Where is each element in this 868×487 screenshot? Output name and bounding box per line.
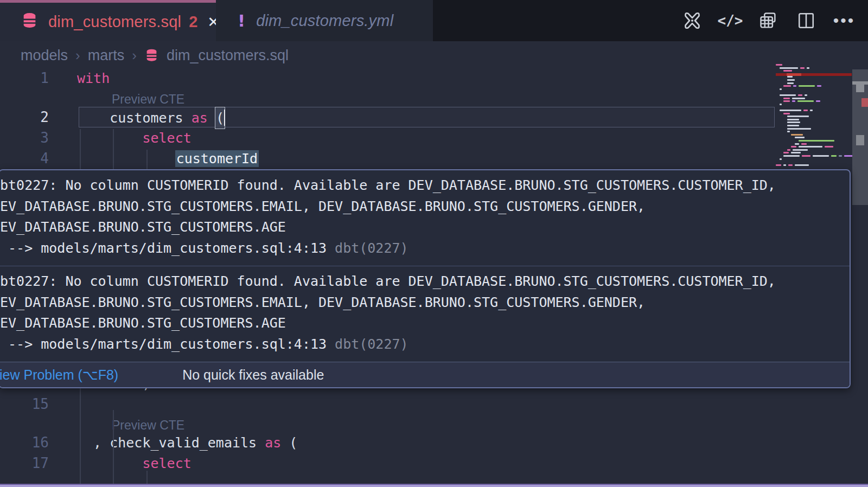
indent-guide <box>113 129 114 169</box>
minimap-code-line <box>787 125 799 126</box>
chevron-right-icon: › <box>132 47 137 64</box>
minimap-code-line <box>805 94 807 96</box>
indent-guide <box>80 129 81 169</box>
more-actions-icon[interactable]: ••• <box>834 11 854 30</box>
error-text: bt0227: No column CUSTOMERID found. Avai… <box>0 175 844 196</box>
minimap-code-line <box>791 152 801 153</box>
minimap-code-line <box>791 134 803 136</box>
error-location: --> models/marts/dim_customers.sql:4:13 … <box>0 238 844 259</box>
error-ruler-mark <box>861 98 868 107</box>
minimap-code-line <box>787 116 809 117</box>
tooltip-status-bar: iew Problem (⌥F8) No quick fixes availab… <box>0 362 850 387</box>
minimap-code-line <box>787 149 790 151</box>
breadcrumb: models › marts › dim_customers.sql <box>21 46 289 65</box>
minimap-code-line <box>795 143 799 145</box>
database-icon <box>144 48 159 63</box>
no-quick-fixes-text: No quick fixes available <box>182 367 324 383</box>
minimap-code-line <box>799 146 822 148</box>
minimap-code-line <box>793 85 796 87</box>
error-message-block-2: bt0227: No column CUSTOMERID found. Avai… <box>0 266 850 362</box>
sql-preview-icon[interactable]: </> <box>720 11 740 30</box>
tab-label: dim_customers.yml <box>256 12 393 30</box>
code-line-17[interactable]: 17 select <box>0 453 868 474</box>
text-cursor <box>224 110 226 126</box>
minimap-code-line <box>776 64 782 66</box>
error-text: bt0227: No column CUSTOMERID found. Avai… <box>0 271 844 292</box>
error-code: dbt(0227) <box>335 336 408 352</box>
tab-dim-customers-yml[interactable]: ! dim_customers.yml <box>216 0 433 41</box>
error-location: --> models/marts/dim_customers.sql:4:13 … <box>0 334 844 355</box>
tab-bar: dim_customers.sql 2 ✕ ! dim_customers.ym… <box>0 0 868 41</box>
code-line-2[interactable]: 2 customers as ( <box>0 107 868 128</box>
minimap-code-line <box>793 149 808 151</box>
minimap-code-line <box>799 85 815 87</box>
minimap-code-line <box>780 94 796 96</box>
indent-guide <box>146 150 148 169</box>
breadcrumb-models[interactable]: models <box>21 47 68 64</box>
codelens-preview-cte[interactable]: Preview CTE <box>112 90 184 108</box>
minimap-code-line <box>783 152 789 153</box>
minimap-code-line <box>792 98 805 99</box>
error-text: EV_DATABASE.BRUNO.STG_CUSTOMERS.EMAIL, D… <box>0 196 844 217</box>
code-line-3[interactable]: 3 select <box>0 127 868 149</box>
error-text: EV_DATABASE.BRUNO.STG_CUSTOMERS.EMAIL, D… <box>0 292 844 313</box>
code-line-4[interactable]: 4 customerId <box>0 148 868 169</box>
minimap-code-line <box>780 110 801 111</box>
minimap-code-line <box>810 110 813 111</box>
split-editor-icon[interactable] <box>796 11 816 30</box>
minimap-code-line <box>787 119 799 120</box>
error-hover-tooltip: bt0227: No column CUSTOMERID found. Avai… <box>0 169 851 388</box>
minimap-code-line <box>800 67 805 69</box>
database-icon <box>21 12 39 32</box>
minimap-code-line <box>780 158 782 160</box>
code-line-1[interactable]: 1with <box>0 68 868 89</box>
minimap[interactable] <box>776 64 852 172</box>
error-text: EV_DATABASE.BRUNO.STG_CUSTOMERS.AGE <box>0 217 844 238</box>
minimap-code-line <box>783 98 790 99</box>
error-bang-icon: ! <box>238 11 245 30</box>
minimap-code-line <box>787 76 793 78</box>
minimap-code-line <box>787 121 800 123</box>
minimap-code-line <box>787 82 794 84</box>
minimap-code-line <box>787 79 795 81</box>
minimap-code-line <box>783 70 792 72</box>
view-problem-link[interactable]: iew Problem (⌥F8) <box>0 367 118 383</box>
minimap-code-line <box>816 100 820 102</box>
minimap-code-line <box>813 155 829 157</box>
error-text: EV_DATABASE.BRUNO.STG_CUSTOMERS.AGE <box>0 313 844 334</box>
chevron-right-icon: › <box>75 47 80 64</box>
minimap-code-line <box>802 155 810 157</box>
minimap-code-line <box>797 100 814 102</box>
error-code: dbt(0227) <box>335 240 408 256</box>
error-message-block-1: bt0227: No column CUSTOMERID found. Avai… <box>0 170 850 266</box>
dbt-power-user-icon[interactable] <box>682 11 702 30</box>
editor-toolbar: </> ••• <box>682 0 854 41</box>
error-token-customerid[interactable]: customerId <box>175 150 259 167</box>
minimap-code-line <box>817 85 821 87</box>
scrollbar[interactable] <box>852 69 868 205</box>
breadcrumb-file[interactable]: dim_customers.sql <box>167 47 289 64</box>
minimap-code-line <box>798 94 802 96</box>
minimap-code-line <box>795 164 809 166</box>
breadcrumb-marts[interactable]: marts <box>88 47 125 64</box>
minimap-code-line <box>787 128 811 130</box>
query-results-copy-icon[interactable] <box>758 11 778 30</box>
minimap-code-line <box>801 143 807 145</box>
ruler-mark <box>856 135 864 145</box>
minimap-code-line <box>783 113 790 114</box>
tab-dirty-count-badge: 2 <box>189 13 197 31</box>
indent-guide <box>80 387 81 484</box>
tab-dim-customers-sql[interactable]: dim_customers.sql 2 ✕ <box>0 0 216 41</box>
minimap-code-line <box>780 67 798 69</box>
minimap-code-line <box>783 85 791 87</box>
ruler-mark <box>856 85 864 92</box>
minimap-code-line <box>831 155 837 157</box>
codelens-preview-cte[interactable]: Preview CTE <box>112 416 184 434</box>
minimap-code-line <box>803 110 808 111</box>
code-line-15[interactable]: 15 <box>0 394 868 415</box>
minimap-code-line <box>780 104 782 105</box>
window-bottom-edge <box>0 484 868 487</box>
minimap-code-line <box>783 155 800 157</box>
indent-guide <box>113 410 114 484</box>
code-line-16[interactable]: 16 , check_valid_emails as ( <box>0 432 868 453</box>
